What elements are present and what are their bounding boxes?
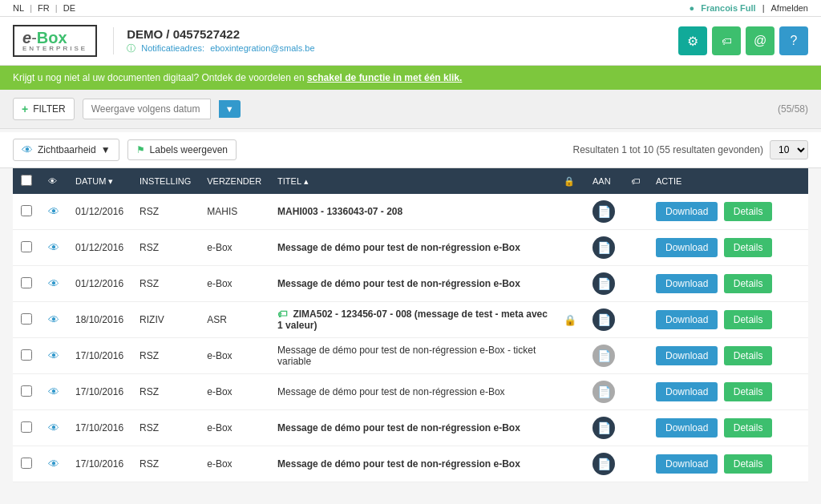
- details-button-2[interactable]: Details: [724, 274, 773, 293]
- row-eye-4: 👁: [40, 338, 67, 374]
- row-instelling-2: RSZ: [131, 266, 199, 302]
- settings-icon-btn[interactable]: ⚙: [678, 26, 707, 55]
- download-button-3[interactable]: Download: [656, 310, 718, 329]
- logo-enterprise: ENTERPRISE: [22, 46, 87, 52]
- row-actie-6: Download Details: [648, 410, 808, 446]
- help-icon-btn[interactable]: ?: [779, 26, 808, 55]
- row-lock-6: [556, 410, 584, 446]
- notif-email: eboxintegration@smals.be: [210, 43, 314, 53]
- details-button-1[interactable]: Details: [724, 238, 773, 257]
- download-button-5[interactable]: Download: [656, 382, 718, 401]
- row-actie-0: Download Details: [648, 194, 808, 230]
- download-button-1[interactable]: Download: [656, 238, 718, 257]
- eye-icon-4: 👁: [48, 349, 59, 362]
- row-date-2: 01/12/2016: [67, 266, 131, 302]
- labels-label: Labels weergeven: [150, 144, 228, 155]
- row-actie-2: Download Details: [648, 266, 808, 302]
- details-button-6[interactable]: Details: [724, 418, 773, 437]
- row-titel-2: Message de démo pour test de non-régress…: [269, 266, 556, 302]
- doc-icon-1: 📄: [592, 236, 615, 259]
- banner-link[interactable]: schakel de functie in met één klik.: [307, 72, 462, 83]
- col-header-actie: ACTIE: [648, 168, 808, 194]
- details-button-4[interactable]: Details: [724, 346, 773, 365]
- row-actie-3: Download Details: [648, 302, 808, 338]
- table-row: 👁 18/10/2016 RIZIV ASR 🏷 ZIMA502 - 12345…: [13, 302, 808, 338]
- table-row: 👁 01/12/2016 RSZ e-Box Message de démo p…: [13, 266, 808, 302]
- row-checkbox-4[interactable]: [21, 349, 32, 361]
- row-lock-7: [556, 446, 584, 482]
- col-header-aan: AAN: [584, 168, 623, 194]
- download-button-7[interactable]: Download: [656, 454, 718, 474]
- row-checkbox-6[interactable]: [21, 421, 32, 433]
- tag-icon-btn[interactable]: 🏷: [712, 26, 741, 55]
- row-titel-5: Message de démo pour test de non-régress…: [269, 374, 556, 410]
- header-title: DEMO / 0457527422 ⓘ Notificatieadres: eb…: [113, 27, 317, 54]
- row-actie-5: Download Details: [648, 374, 808, 410]
- page-size-select[interactable]: 10 25 50: [770, 140, 808, 159]
- row-titel-0: MAHI003 - 1336043-07 - 208: [269, 194, 556, 230]
- col-header-titel[interactable]: TITEL ▴: [269, 168, 556, 194]
- details-button-3[interactable]: Details: [724, 310, 773, 329]
- row-aan-0: 📄: [584, 194, 623, 230]
- row-label-col-2: [623, 266, 648, 302]
- download-button-4[interactable]: Download: [656, 346, 718, 365]
- notif-label: Notificatieadres:: [141, 43, 204, 53]
- logout-link[interactable]: Afmelden: [771, 3, 808, 13]
- row-instelling-7: RSZ: [131, 446, 199, 482]
- row-instelling-5: RSZ: [131, 374, 199, 410]
- documents-table-container: 👁 DATUM ▾ INSTELLING VERZENDER TITEL ▴ 🔒…: [0, 168, 821, 495]
- row-checkbox-1[interactable]: [21, 241, 32, 252]
- filter-button[interactable]: + FILTER: [13, 98, 75, 120]
- row-check-0: [13, 194, 40, 230]
- language-selector[interactable]: NL | FR | DE: [13, 3, 79, 13]
- eye-icon-1: 👁: [48, 241, 59, 254]
- row-eye-5: 👁: [40, 374, 67, 410]
- doc-icon-7: 📄: [592, 453, 615, 475]
- row-lock-5: [556, 374, 584, 410]
- row-titel-4: Message de démo pour test de non-régress…: [269, 338, 556, 374]
- email-icon-btn[interactable]: @: [746, 26, 774, 55]
- plus-icon: +: [22, 103, 28, 115]
- row-label-col-7: [623, 446, 648, 482]
- row-checkbox-5[interactable]: [21, 385, 32, 397]
- row-tag-icon: 🏷: [277, 308, 287, 320]
- lang-nl[interactable]: NL: [13, 3, 24, 13]
- filter-date-input[interactable]: [83, 99, 211, 119]
- row-checkbox-0[interactable]: [21, 205, 32, 216]
- row-checkbox-7[interactable]: [21, 458, 32, 469]
- visibility-button[interactable]: 👁 Zichtbaarheid ▼: [13, 139, 119, 161]
- user-name: Francois Full: [701, 3, 755, 13]
- details-button-5[interactable]: Details: [724, 382, 773, 401]
- eye-icon-6: 👁: [48, 421, 59, 434]
- filter-bar: + FILTER ▼ (55/58): [0, 90, 821, 129]
- row-eye-2: 👁: [40, 266, 67, 302]
- row-verzender-0: MAHIS: [199, 194, 269, 230]
- details-button-7[interactable]: Details: [724, 454, 773, 474]
- download-button-2[interactable]: Download: [656, 274, 718, 293]
- row-date-1: 01/12/2016: [67, 230, 131, 266]
- details-button-0[interactable]: Details: [724, 202, 773, 221]
- row-aan-7: 📄: [584, 446, 623, 482]
- eye-icon-0: 👁: [48, 205, 59, 218]
- filter-dropdown-btn[interactable]: ▼: [219, 100, 241, 118]
- row-instelling-4: RSZ: [131, 338, 199, 374]
- row-checkbox-2[interactable]: [21, 277, 32, 288]
- row-eye-6: 👁: [40, 410, 67, 446]
- col-header-datum[interactable]: DATUM ▾: [67, 168, 131, 194]
- download-button-6[interactable]: Download: [656, 418, 718, 437]
- documents-table: 👁 DATUM ▾ INSTELLING VERZENDER TITEL ▴ 🔒…: [13, 168, 808, 482]
- select-all-checkbox[interactable]: [21, 175, 32, 186]
- lang-de[interactable]: DE: [63, 3, 75, 13]
- row-checkbox-3[interactable]: [21, 313, 32, 325]
- download-button-0[interactable]: Download: [656, 202, 718, 221]
- doc-icon-5: 📄: [592, 381, 615, 403]
- app-header: e - Box ENTERPRISE DEMO / 0457527422 ⓘ N…: [0, 17, 821, 66]
- row-lock-4: [556, 338, 584, 374]
- toolbar-left: 👁 Zichtbaarheid ▼ ⚑ Labels weergeven: [13, 139, 237, 161]
- row-check-2: [13, 266, 40, 302]
- table-row: 👁 17/10/2016 RSZ e-Box Message de démo p…: [13, 446, 808, 482]
- lang-fr[interactable]: FR: [38, 3, 50, 13]
- row-eye-1: 👁: [40, 230, 67, 266]
- labels-button[interactable]: ⚑ Labels weergeven: [127, 139, 237, 160]
- visibility-arrow: ▼: [101, 144, 111, 155]
